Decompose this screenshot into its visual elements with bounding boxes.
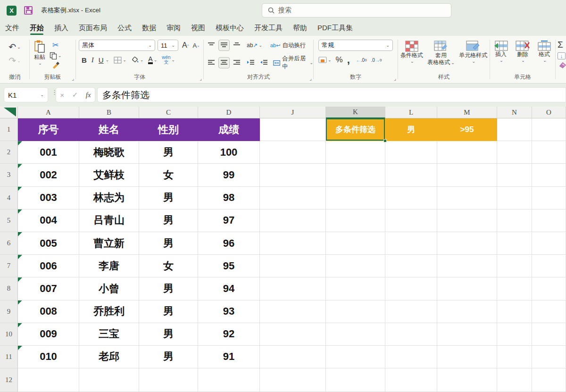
tab-1[interactable]: 开始 xyxy=(25,21,49,36)
tab-file[interactable]: 文件 xyxy=(0,21,25,36)
cell-L2[interactable] xyxy=(385,141,437,164)
cell-B1[interactable]: 姓名 xyxy=(79,118,139,141)
cell-M8[interactable] xyxy=(437,277,497,300)
percent-button[interactable]: % xyxy=(336,55,343,65)
name-box[interactable]: K1 ⌄ xyxy=(4,87,48,102)
phonetic-button[interactable]: wén文 ⌄ xyxy=(162,55,175,65)
cell-B5[interactable]: 吕青山 xyxy=(79,209,139,232)
column-header-L[interactable]: L xyxy=(385,107,437,118)
cell-K10[interactable] xyxy=(326,323,385,346)
font-name-select[interactable]: 黑体 ⌄ xyxy=(79,40,155,51)
column-header-B[interactable]: B xyxy=(79,107,139,118)
font-color-button[interactable]: A ⌄ xyxy=(148,56,157,64)
align-top-button[interactable] xyxy=(208,41,215,50)
cell-A3[interactable]: 002 xyxy=(18,164,79,186)
cell-L6[interactable] xyxy=(385,232,437,255)
decrease-font-button[interactable]: A⌄ xyxy=(192,42,200,49)
row-header-4[interactable]: 4 xyxy=(0,187,18,209)
row-header-7[interactable]: 7 xyxy=(0,255,18,277)
comma-button[interactable]: , xyxy=(347,58,350,62)
conditional-formatting-button[interactable]: 条件格式 ⌄ xyxy=(400,41,423,66)
cell-O2[interactable] xyxy=(532,141,566,164)
cell-J5[interactable] xyxy=(260,209,326,232)
cell-A6[interactable]: 005 xyxy=(18,232,79,255)
tab-3[interactable]: 页面布局 xyxy=(74,21,112,36)
cell-A4[interactable]: 003 xyxy=(18,187,79,209)
cell-D12[interactable] xyxy=(198,368,260,392)
cell-L8[interactable] xyxy=(385,277,437,300)
cell-J11[interactable] xyxy=(260,346,326,368)
clear-button[interactable] xyxy=(558,62,566,70)
formula-input[interactable]: 多条件筛选 xyxy=(97,87,566,102)
format-as-table-button[interactable]: 套用 表格格式⌄ xyxy=(427,41,455,66)
cell-A5[interactable]: 004 xyxy=(18,209,79,232)
cell-J2[interactable] xyxy=(260,141,326,164)
cell-L11[interactable] xyxy=(385,346,437,368)
cell-B9[interactable]: 乔胜利 xyxy=(79,300,139,323)
cell-D3[interactable]: 99 xyxy=(198,164,260,186)
cell-N6[interactable] xyxy=(497,232,532,255)
cell-C11[interactable]: 男 xyxy=(139,346,198,368)
orientation-button[interactable]: ab↗⌄ xyxy=(247,42,262,49)
cell-styles-button[interactable]: 单元格样式 ⌄ xyxy=(459,41,487,66)
cell-M1[interactable]: >95 xyxy=(437,118,497,141)
row-header-8[interactable]: 8 xyxy=(0,277,18,300)
cell-L10[interactable] xyxy=(385,323,437,346)
cell-N9[interactable] xyxy=(497,300,532,323)
row-header-12[interactable]: 12 xyxy=(0,368,18,392)
cell-L7[interactable] xyxy=(385,255,437,277)
cell-D7[interactable]: 95 xyxy=(198,255,260,277)
autosum-button[interactable]: Σ xyxy=(558,40,563,50)
cell-M7[interactable] xyxy=(437,255,497,277)
cell-B3[interactable]: 艾鲜枝 xyxy=(79,164,139,186)
fill-handle[interactable] xyxy=(383,139,387,142)
clipboard-dialog-launcher[interactable]: ⌟ xyxy=(72,76,74,81)
cell-C12[interactable] xyxy=(139,368,198,392)
cell-K5[interactable] xyxy=(326,209,385,232)
cell-L4[interactable] xyxy=(385,187,437,209)
number-dialog-launcher[interactable]: ⌟ xyxy=(394,76,396,81)
cell-O9[interactable] xyxy=(532,300,566,323)
cell-B11[interactable]: 老邱 xyxy=(79,346,139,368)
tab-4[interactable]: 公式 xyxy=(112,21,137,36)
cell-K7[interactable] xyxy=(326,255,385,277)
row-header-6[interactable]: 6 xyxy=(0,232,18,255)
tab-5[interactable]: 数据 xyxy=(137,21,161,36)
cell-A7[interactable]: 006 xyxy=(18,255,79,277)
cell-N3[interactable] xyxy=(497,164,532,186)
row-header-5[interactable]: 5 xyxy=(0,209,18,232)
cell-C10[interactable]: 男 xyxy=(139,323,198,346)
cell-O6[interactable] xyxy=(532,232,566,255)
column-header-N[interactable]: N xyxy=(497,107,532,118)
format-painter-button[interactable] xyxy=(50,62,62,69)
cell-J1[interactable] xyxy=(260,118,326,141)
row-header-1[interactable]: 1 xyxy=(0,118,18,141)
cell-J3[interactable] xyxy=(260,164,326,186)
cell-D10[interactable]: 92 xyxy=(198,323,260,346)
font-dialog-launcher[interactable]: ⌟ xyxy=(200,76,202,81)
redo-button[interactable]: ↷⌄ xyxy=(8,55,20,66)
cell-D1[interactable]: 成绩 xyxy=(198,118,260,141)
cell-C2[interactable]: 男 xyxy=(139,141,198,164)
cell-K4[interactable] xyxy=(326,187,385,209)
undo-button[interactable]: ↶⌄ xyxy=(8,42,20,52)
cell-O3[interactable] xyxy=(532,164,566,186)
row-header-2[interactable]: 2 xyxy=(0,141,18,164)
tab-10[interactable]: 帮助 xyxy=(288,21,312,36)
cancel-button[interactable]: × xyxy=(60,91,64,99)
cell-B8[interactable]: 小曾 xyxy=(79,277,139,300)
cell-C3[interactable]: 女 xyxy=(139,164,198,186)
column-header-C[interactable]: C xyxy=(139,107,198,118)
cell-D8[interactable]: 94 xyxy=(198,277,260,300)
cell-C4[interactable]: 男 xyxy=(139,187,198,209)
cell-C5[interactable]: 男 xyxy=(139,209,198,232)
cell-K12[interactable] xyxy=(326,368,385,392)
format-cells-button[interactable]: 格式 ⌄ xyxy=(537,41,551,63)
cell-M9[interactable] xyxy=(437,300,497,323)
insert-function-button[interactable]: fx xyxy=(86,91,91,99)
cell-N5[interactable] xyxy=(497,209,532,232)
cell-M2[interactable] xyxy=(437,141,497,164)
cut-button[interactable]: ✂ xyxy=(50,41,62,50)
column-header-O[interactable]: O xyxy=(532,107,566,118)
bold-button[interactable]: B xyxy=(82,56,87,64)
